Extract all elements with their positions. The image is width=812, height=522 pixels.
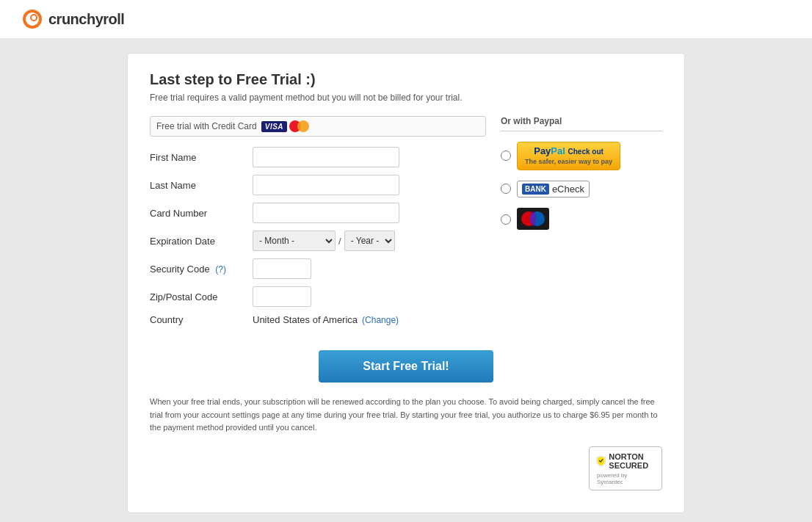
maestro-option (501, 208, 662, 232)
last-name-label: Last Name (150, 180, 253, 191)
norton-shield: NORTON SECURED (596, 452, 655, 471)
echeck-badge[interactable]: BANK eCheck (517, 181, 590, 197)
page-title: Last step to Free Trial :) (150, 71, 662, 88)
year-select[interactable]: - Year -20142015201620172018201920202021… (344, 231, 395, 251)
expiry-separator: / (338, 236, 341, 247)
paypal-tagline: The safer, easier way to pay (525, 158, 612, 167)
norton-badge-area: NORTON SECURED powered by Symantec (150, 446, 662, 490)
country-label: Country (150, 314, 253, 325)
security-code-input[interactable] (253, 258, 311, 279)
norton-powered-text: powered by Symantec (597, 472, 654, 485)
first-name-label: First Name (150, 152, 253, 163)
expiry-selects: - Month -01 - January02 - February03 - M… (253, 231, 395, 251)
mastercard-icon (289, 120, 309, 132)
echeck-label: eCheck (552, 184, 584, 195)
echeck-radio[interactable] (501, 184, 511, 194)
payment-sections: Free trial with Credit Card VISA First N… (150, 116, 662, 333)
echeck-option: BANK eCheck (501, 181, 662, 197)
expiration-date-row: Expiration Date - Month -01 - January02 … (150, 231, 486, 251)
logo-text: crunchyroll (48, 11, 124, 28)
norton-shield-icon (596, 452, 606, 471)
card-number-input[interactable] (253, 203, 399, 223)
first-name-row: First Name (150, 147, 486, 167)
paypal-option: PayPal Check out The safer, easier way t… (501, 142, 662, 170)
crunchyroll-logo-icon (22, 9, 43, 29)
month-select[interactable]: - Month -01 - January02 - February03 - M… (253, 231, 336, 251)
change-country-link[interactable]: (Change) (362, 315, 399, 325)
visa-icon: VISA (261, 121, 287, 132)
start-free-trial-button[interactable]: Start Free Trial! (319, 350, 493, 383)
paypal-section: Or with Paypal PayPal Check out The safe… (501, 116, 662, 333)
paypal-radio[interactable] (501, 151, 511, 161)
credit-card-section: Free trial with Credit Card VISA First N… (150, 116, 486, 333)
card-number-label: Card Number (150, 208, 253, 219)
country-value: United States of America (253, 314, 358, 325)
norton-box: NORTON SECURED powered by Symantec (589, 446, 662, 490)
svg-point-7 (530, 211, 536, 226)
expiration-date-label: Expiration Date (150, 236, 253, 247)
page-subtitle: Free trial requires a valid payment meth… (150, 93, 662, 103)
paypal-section-header: Or with Paypal (501, 116, 662, 131)
last-name-row: Last Name (150, 175, 486, 195)
svg-point-3 (32, 15, 36, 20)
norton-secured-text: NORTON SECURED (609, 452, 655, 470)
zip-code-input[interactable] (253, 286, 311, 307)
security-code-help[interactable]: (?) (215, 264, 226, 275)
credit-card-header-label: Free trial with Credit Card (156, 121, 257, 131)
maestro-badge[interactable] (517, 208, 549, 232)
disclaimer-text: When your free trial ends, your subscrip… (150, 396, 662, 435)
main-content: Last step to Free Trial :) Free trial re… (0, 38, 812, 522)
paypal-button[interactable]: PayPal Check out The safer, easier way t… (517, 142, 620, 170)
logo-area: crunchyroll (22, 9, 124, 29)
security-code-row: Security Code (?) (150, 258, 486, 279)
last-name-input[interactable] (253, 175, 399, 195)
zip-code-label: Zip/Postal Code (150, 291, 253, 302)
bank-icon: BANK (522, 184, 549, 195)
payment-card: Last step to Free Trial :) Free trial re… (127, 53, 685, 513)
maestro-radio[interactable] (501, 214, 511, 225)
card-number-row: Card Number (150, 203, 486, 223)
first-name-input[interactable] (253, 147, 399, 167)
security-code-label: Security Code (?) (150, 264, 253, 275)
zip-code-row: Zip/Postal Code (150, 286, 486, 307)
top-bar: crunchyroll (0, 0, 812, 38)
card-icons: VISA (261, 120, 309, 132)
country-row: Country United States of America (Change… (150, 314, 486, 325)
credit-card-section-header: Free trial with Credit Card VISA (150, 116, 486, 137)
